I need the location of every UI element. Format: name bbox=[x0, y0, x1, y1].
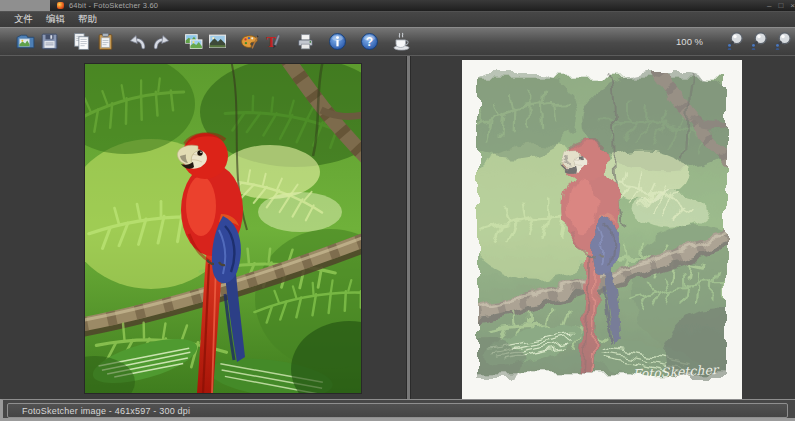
save-icon bbox=[39, 31, 60, 52]
zoom-out-icon bbox=[748, 30, 770, 52]
text-icon bbox=[263, 31, 284, 52]
zoom-cluster: 100 % bbox=[676, 27, 795, 55]
undo-button[interactable] bbox=[126, 30, 148, 53]
zoom-fit-button[interactable] bbox=[771, 28, 795, 54]
save-image-button[interactable] bbox=[38, 30, 60, 53]
main-area: FotoSketcher bbox=[0, 55, 795, 399]
view-original-button[interactable] bbox=[206, 30, 228, 53]
coffee-icon bbox=[391, 31, 412, 52]
open-image-button[interactable] bbox=[14, 30, 36, 53]
paste-button[interactable] bbox=[94, 30, 116, 53]
painted-image: FotoSketcher bbox=[462, 60, 742, 399]
paste-icon bbox=[95, 31, 116, 52]
close-button[interactable]: × bbox=[790, 2, 795, 10]
status-bar: FotoSketcher image - 461x597 - 300 dpi bbox=[0, 399, 795, 421]
window-controls: –□× bbox=[767, 0, 795, 11]
redo-button[interactable] bbox=[150, 30, 172, 53]
add-text-button[interactable] bbox=[262, 30, 284, 53]
copy-button[interactable] bbox=[70, 30, 92, 53]
menu-help[interactable]: 帮助 bbox=[78, 13, 97, 26]
zoom-in-button[interactable] bbox=[723, 28, 747, 54]
palette-icon bbox=[239, 31, 260, 52]
zoom-in-icon bbox=[724, 30, 746, 52]
zoom-fit-icon bbox=[772, 30, 794, 52]
app-icon bbox=[57, 2, 64, 9]
original-image bbox=[85, 64, 361, 393]
maximize-button[interactable]: □ bbox=[778, 2, 783, 10]
status-text: FotoSketcher image - 461x597 - 300 dpi bbox=[8, 406, 190, 416]
painted-panel: FotoSketcher bbox=[410, 56, 795, 399]
drawing-parameters-button[interactable] bbox=[238, 30, 260, 53]
zoom-buttons bbox=[723, 28, 795, 54]
print-icon bbox=[295, 31, 316, 52]
photo-icon bbox=[207, 31, 228, 52]
desktop-background bbox=[0, 0, 50, 11]
fotosketcher-window: 64bit - FotoSketcher 3.60 –□× 文件编辑帮助 100… bbox=[0, 0, 795, 421]
menu-edit[interactable]: 编辑 bbox=[46, 13, 65, 26]
donate-coffee-button[interactable] bbox=[390, 30, 412, 53]
help-button[interactable] bbox=[358, 30, 380, 53]
compare-icon bbox=[183, 31, 204, 52]
redo-icon bbox=[151, 31, 172, 52]
undo-icon bbox=[127, 31, 148, 52]
original-panel bbox=[0, 56, 406, 399]
title-bar: 64bit - FotoSketcher 3.60 –□× bbox=[50, 0, 795, 11]
print-button[interactable] bbox=[294, 30, 316, 53]
helpq-icon bbox=[359, 31, 380, 52]
about-button[interactable] bbox=[326, 30, 348, 53]
compare-images-button[interactable] bbox=[182, 30, 204, 53]
status-field: FotoSketcher image - 461x597 - 300 dpi bbox=[7, 403, 788, 418]
window-title: 64bit - FotoSketcher 3.60 bbox=[69, 1, 158, 10]
minimize-button[interactable]: – bbox=[767, 2, 771, 10]
zoom-out-button[interactable] bbox=[747, 28, 771, 54]
menu-file[interactable]: 文件 bbox=[14, 13, 33, 26]
info-icon bbox=[327, 31, 348, 52]
zoom-level: 100 % bbox=[676, 36, 703, 47]
open-icon bbox=[15, 31, 36, 52]
copy-icon bbox=[71, 31, 92, 52]
menu-bar: 文件编辑帮助 bbox=[0, 11, 795, 27]
